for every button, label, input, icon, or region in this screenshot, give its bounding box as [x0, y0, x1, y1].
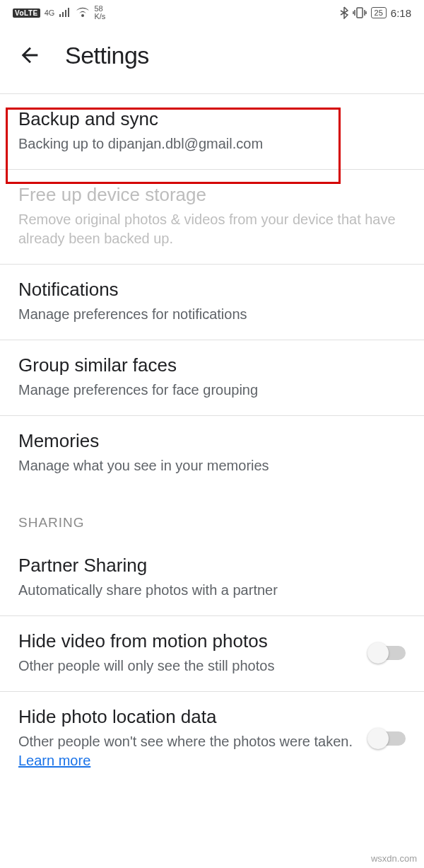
item-group-faces[interactable]: Group similar faces Manage preferences f… — [0, 340, 424, 416]
item-title: Group similar faces — [18, 354, 406, 376]
arrow-left-icon — [18, 43, 42, 67]
item-title: Notifications — [18, 279, 406, 301]
network-speed: 58 K/s — [94, 5, 105, 21]
bluetooth-icon — [340, 6, 348, 19]
app-bar: Settings — [0, 25, 424, 93]
item-free-up-storage: Free up device storage Remove original p… — [0, 170, 424, 265]
item-title: Hide photo location data — [18, 706, 359, 728]
item-subtitle: Manage what you see in your memories — [18, 456, 406, 475]
wifi-icon — [76, 7, 90, 18]
item-notifications[interactable]: Notifications Manage preferences for not… — [0, 265, 424, 340]
section-header-sharing: SHARING — [0, 491, 424, 540]
volte-badge: VoLTE — [13, 8, 40, 18]
item-memories[interactable]: Memories Manage what you see in your mem… — [0, 416, 424, 491]
item-subtitle: Automatically share photos with a partne… — [18, 581, 406, 600]
item-title: Memories — [18, 430, 406, 452]
network-indicator: 4G — [45, 9, 55, 17]
item-hide-location[interactable]: Hide photo location data Other people wo… — [0, 692, 424, 786]
clock: 6:18 — [391, 7, 411, 19]
item-hide-video[interactable]: Hide video from motion photos Other peop… — [0, 616, 424, 692]
item-subtitle: Manage preferences for notifications — [18, 305, 406, 324]
learn-more-link[interactable]: Learn more — [18, 753, 90, 768]
page-title: Settings — [65, 42, 149, 69]
item-subtitle: Manage preferences for face grouping — [18, 381, 406, 400]
item-title: Partner Sharing — [18, 555, 406, 577]
item-title: Free up device storage — [18, 184, 406, 206]
settings-list: Backup and sync Backing up to dipanjan.d… — [0, 93, 424, 786]
item-subtitle: Backing up to dipanjan.dbl@gmail.com — [18, 134, 406, 154]
watermark: wsxdn.com — [371, 853, 417, 864]
vibrate-icon — [353, 6, 367, 19]
item-title: Backup and sync — [18, 108, 406, 130]
toggle-hide-location[interactable] — [370, 731, 406, 746]
item-subtitle: Remove original photos & videos from you… — [18, 210, 406, 248]
svg-rect-0 — [357, 8, 363, 18]
battery-indicator: 25 — [371, 7, 387, 18]
item-partner-sharing[interactable]: Partner Sharing Automatically share phot… — [0, 540, 424, 616]
item-subtitle: Other people won't see where the photos … — [18, 732, 359, 770]
item-subtitle: Other people will only see the still pho… — [18, 656, 359, 676]
back-button[interactable] — [16, 41, 44, 69]
toggle-hide-video[interactable] — [370, 646, 406, 660]
signal-icon — [59, 8, 71, 18]
item-title: Hide video from motion photos — [18, 630, 359, 652]
status-bar: VoLTE 4G 58 K/s 25 6:18 — [0, 0, 424, 25]
item-backup-and-sync[interactable]: Backup and sync Backing up to dipanjan.d… — [0, 94, 424, 170]
